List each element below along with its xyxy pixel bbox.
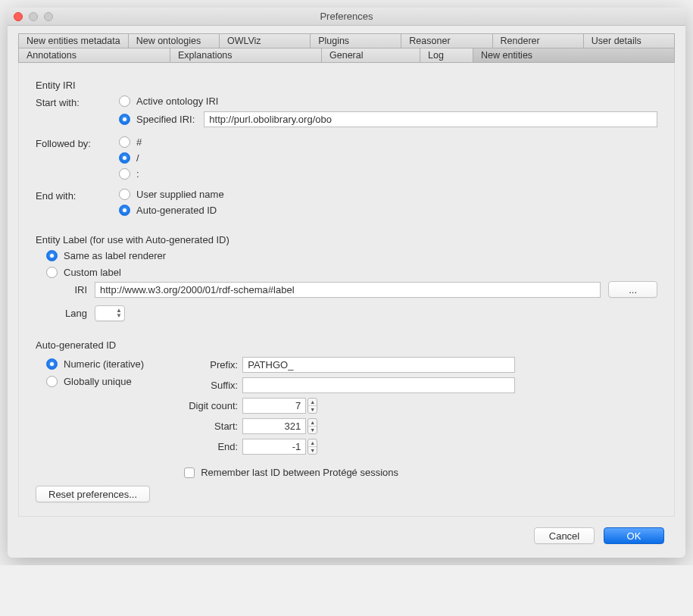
entity-label-title: Entity Label (for use with Auto-generate… (36, 234, 657, 245)
tab-new-entities[interactable]: New entities (473, 48, 674, 62)
prefix-label: Prefix: (182, 359, 242, 371)
tab-renderer[interactable]: Renderer (493, 34, 584, 48)
chevron-down-icon: ▼ (308, 406, 317, 413)
reset-preferences-button[interactable]: Reset preferences... (36, 486, 150, 502)
digit-count-stepper[interactable]: ▲ ▼ (307, 398, 317, 414)
start-label: Start: (182, 421, 242, 432)
radio-globally-unique[interactable] (46, 376, 58, 387)
end-input[interactable] (242, 439, 306, 455)
remember-last-id-checkbox[interactable] (184, 467, 195, 478)
radio-active-ontology-iri-label: Active ontology IRI (136, 95, 218, 107)
minimize-window-button[interactable] (29, 12, 38, 21)
label-iri-input[interactable] (95, 282, 601, 298)
radio-separator-colon[interactable] (119, 168, 130, 180)
radio-specified-iri-label: Specified IRI: (136, 114, 195, 125)
radio-auto-generated-id[interactable] (119, 205, 130, 216)
preferences-window: Preferences New entities metadata New on… (8, 8, 685, 558)
tab-reasoner[interactable]: Reasoner (401, 34, 492, 48)
traffic-lights (14, 12, 53, 21)
tab-new-entities-metadata[interactable]: New entities metadata (19, 34, 129, 48)
titlebar: Preferences (8, 8, 685, 26)
digit-count-input[interactable] (242, 398, 306, 414)
radio-user-supplied-name[interactable] (119, 189, 130, 200)
chevron-updown-icon: ▲▼ (116, 308, 122, 318)
suffix-label: Suffix: (182, 380, 242, 391)
auto-generated-id-title: Auto-generated ID (36, 339, 657, 351)
iri-label: IRI (57, 284, 87, 295)
tab-general[interactable]: General (322, 48, 420, 62)
entity-iri-group: Entity IRI Start with: Active ontology I… (36, 80, 657, 216)
start-input[interactable] (242, 418, 306, 434)
chevron-up-icon: ▲ (308, 439, 317, 447)
radio-separator-slash-label: / (136, 152, 139, 164)
radio-numeric-iterative[interactable] (46, 358, 58, 370)
radio-separator-colon-label: : (136, 168, 139, 180)
start-with-label: Start with: (36, 95, 119, 108)
chevron-up-icon: ▲ (308, 399, 317, 406)
prefix-input[interactable] (242, 357, 515, 373)
end-stepper[interactable]: ▲ ▼ (307, 439, 317, 455)
cancel-button[interactable]: Cancel (534, 527, 595, 544)
specified-iri-input[interactable] (204, 111, 657, 127)
start-stepper[interactable]: ▲ ▼ (307, 418, 317, 434)
window-title: Preferences (8, 11, 685, 22)
tab-user-details[interactable]: User details (584, 34, 674, 48)
tab-plugins[interactable]: Plugins (311, 34, 401, 48)
tab-owlviz[interactable]: OWLViz (220, 34, 311, 48)
radio-same-as-renderer[interactable] (46, 250, 58, 261)
radio-user-supplied-name-label: User supplied name (136, 189, 224, 200)
tab-explanations[interactable]: Explanations (170, 48, 322, 62)
radio-separator-hash[interactable] (119, 136, 130, 148)
remember-last-id-label: Remember last ID between Protégé session… (201, 467, 398, 478)
chevron-down-icon: ▼ (308, 427, 317, 433)
followed-by-label: Followed by: (36, 136, 119, 149)
close-window-button[interactable] (14, 12, 23, 21)
suffix-input[interactable] (242, 377, 515, 393)
tabs-row-1: New entities metadata New ontologies OWL… (18, 33, 675, 48)
end-with-label: End with: (36, 189, 119, 202)
ok-button[interactable]: OK (604, 527, 664, 544)
auto-generated-id-group: Auto-generated ID Numeric (iterative) Gl… (36, 339, 657, 478)
tab-log[interactable]: Log (420, 48, 473, 62)
content-area: New entities metadata New ontologies OWL… (8, 26, 685, 558)
entity-label-group: Entity Label (for use with Auto-generate… (36, 234, 657, 321)
tab-new-ontologies[interactable]: New ontologies (129, 34, 220, 48)
chevron-down-icon: ▼ (308, 447, 317, 454)
radio-numeric-iterative-label: Numeric (iterative) (64, 358, 144, 370)
radio-auto-generated-id-label: Auto-generated ID (136, 205, 217, 216)
browse-iri-button[interactable]: ... (608, 281, 657, 298)
maximize-window-button[interactable] (44, 12, 53, 21)
radio-custom-label[interactable] (46, 267, 58, 278)
tab-annotations[interactable]: Annotations (19, 48, 170, 62)
radio-active-ontology-iri[interactable] (119, 95, 130, 107)
dialog-footer: Cancel OK (18, 517, 675, 547)
end-label: End: (182, 441, 242, 452)
lang-label: Lang (57, 308, 87, 319)
radio-specified-iri[interactable] (119, 114, 130, 125)
lang-select[interactable]: ▲▼ (95, 305, 125, 321)
digit-count-label: Digit count: (182, 400, 242, 411)
radio-separator-slash[interactable] (119, 152, 130, 164)
radio-globally-unique-label: Globally unique (64, 376, 132, 387)
tabs-row-2: Annotations Explanations General Log New… (18, 48, 675, 63)
radio-same-as-renderer-label: Same as label renderer (64, 250, 166, 261)
radio-separator-hash-label: # (136, 136, 142, 148)
preferences-panel: Entity IRI Start with: Active ontology I… (18, 63, 675, 517)
chevron-up-icon: ▲ (308, 419, 317, 427)
entity-iri-title: Entity IRI (36, 80, 657, 91)
radio-custom-label-label: Custom label (64, 267, 121, 278)
